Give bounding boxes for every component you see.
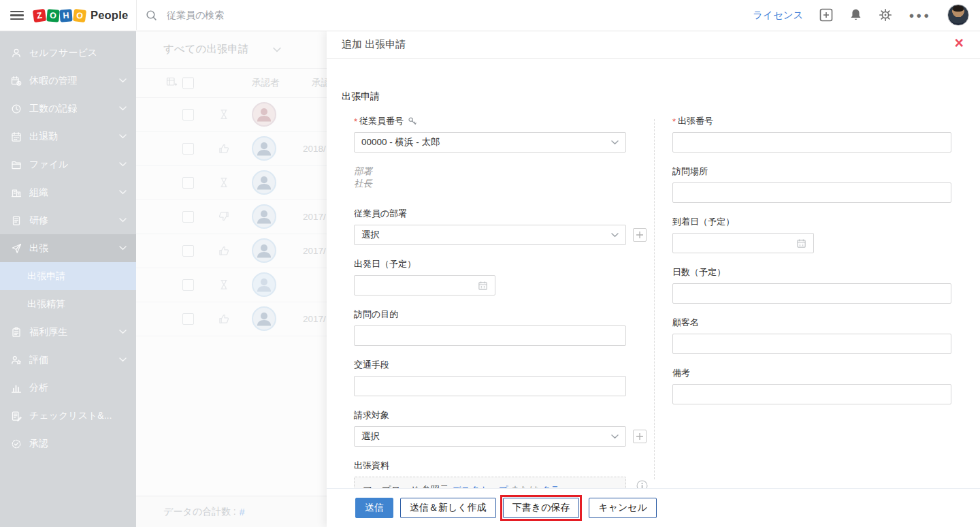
transport-input[interactable]	[354, 376, 626, 396]
more-options-icon[interactable]: ●●●	[909, 10, 931, 20]
search-icon	[146, 10, 157, 21]
sidebar-item-organization[interactable]: 組織	[0, 178, 136, 206]
row-checkbox[interactable]	[182, 313, 194, 325]
sidebar-item-label: ファイル	[29, 159, 68, 171]
modal-footer: 送信 送信＆新しく作成 下書きの保存 キャンセル	[327, 488, 980, 527]
calendar-icon	[11, 131, 22, 142]
notes-input[interactable]	[672, 384, 951, 404]
sidebar-item-analytics[interactable]: 分析	[0, 374, 136, 402]
visit-place-input[interactable]	[672, 182, 951, 203]
total-records-value: #	[240, 507, 245, 517]
arrival-date-input[interactable]	[672, 233, 814, 253]
sidebar-item-training[interactable]: 研修	[0, 206, 136, 234]
table-columns-icon[interactable]	[166, 76, 178, 90]
top-header: Z O H O People ライセンス ●●●	[0, 0, 980, 31]
approver-avatar	[252, 170, 276, 195]
trip-number-input[interactable]	[672, 132, 951, 153]
chevron-down-icon	[273, 47, 281, 52]
sidebar-item-benefits[interactable]: 福利厚生	[0, 318, 136, 346]
save-draft-button[interactable]: 下書きの保存	[503, 498, 580, 518]
submit-and-new-button[interactable]: 送信＆新しく作成	[400, 498, 496, 518]
column-header-approver: 承認者	[252, 77, 280, 89]
table-row[interactable]: 2017/	[136, 200, 327, 234]
customer-input[interactable]	[672, 334, 951, 354]
approved-date: 2018/	[303, 144, 326, 154]
row-checkbox[interactable]	[182, 109, 194, 121]
form-left-column: * 従業員番号 00000 - 横浜 - 太郎 部署 社長 従業員の部署	[354, 115, 626, 527]
sidebar-subitem-label: 出張精算	[27, 298, 65, 310]
total-records-label: データの合計数 :	[163, 506, 236, 518]
sidebar-item-approvals[interactable]: 承認	[0, 430, 136, 458]
header-divider	[136, 0, 137, 30]
submit-button[interactable]: 送信	[355, 498, 393, 518]
close-icon[interactable]: ×	[955, 35, 964, 51]
row-checkbox[interactable]	[182, 177, 194, 189]
sidebar-item-label: 工数の記録	[29, 103, 77, 115]
sidebar-item-checklist[interactable]: チェックリスト&...	[0, 402, 136, 430]
department-value: 社長	[354, 178, 626, 190]
form-right-column: * 出張番号 訪問場所 到着日（予定） 日数（予定）	[672, 115, 951, 417]
table-row[interactable]	[136, 98, 327, 132]
sidebar-item-files[interactable]: ファイル	[0, 150, 136, 178]
travel-request-list-pane: すべての出張申請 承認者 承認日 2018/2017/2017/2017/ デー…	[136, 31, 327, 527]
settings-gear-icon[interactable]	[879, 8, 892, 22]
table-row[interactable]: 2017/	[136, 234, 327, 268]
field-label: 到着日（予定）	[672, 216, 951, 228]
modal-header: 追加 出張申請 ×	[327, 31, 980, 59]
table-row[interactable]: 2017/	[136, 302, 327, 336]
zoho-people-logo[interactable]: Z O H O People	[33, 9, 128, 22]
chevron-down-icon	[119, 78, 127, 83]
purpose-input[interactable]	[354, 325, 626, 346]
row-checkbox[interactable]	[182, 143, 194, 155]
billing-select[interactable]: 選択	[354, 426, 626, 447]
table-row[interactable]: 2018/	[136, 132, 327, 166]
field-customer: 顧客名	[672, 317, 951, 354]
search-input[interactable]	[165, 9, 372, 21]
sidebar-item-label: 評価	[29, 354, 48, 366]
sidebar-item-attendance[interactable]: 出退勤	[0, 123, 136, 150]
sidebar-subitem-label: 出張申請	[27, 270, 65, 283]
field-arrival-date: 到着日（予定）	[672, 216, 951, 253]
sidebar-item-timesheet[interactable]: 工数の記録	[0, 95, 136, 123]
select-all-checkbox[interactable]	[182, 78, 194, 89]
employee-department-select[interactable]: 選択	[354, 225, 626, 245]
chevron-down-icon	[119, 218, 127, 223]
chevron-down-icon	[119, 134, 127, 139]
list-footer: データの合計数 : #	[136, 496, 327, 527]
user-avatar[interactable]	[947, 4, 969, 26]
table-row[interactable]	[136, 268, 327, 302]
column-header-approved-on: 承認日	[312, 77, 327, 89]
chevron-down-icon	[119, 357, 127, 362]
hamburger-menu-icon[interactable]	[10, 11, 24, 20]
add-option-icon[interactable]	[633, 430, 647, 443]
list-view-dropdown[interactable]: すべての出張申請	[136, 31, 327, 69]
row-checkbox[interactable]	[182, 279, 194, 291]
sidebar-subitem-travel-request[interactable]: 出張申請	[0, 262, 136, 290]
sidebar-item-leave[interactable]: 休暇の管理	[0, 67, 136, 95]
table-body: 2018/2017/2017/2017/	[136, 98, 327, 336]
sidebar-subitem-travel-expense[interactable]: 出張精算	[0, 290, 136, 318]
lookup-key-icon[interactable]	[408, 116, 417, 126]
add-option-icon[interactable]	[633, 228, 647, 242]
sidebar-item-label: 研修	[29, 214, 48, 227]
row-checkbox[interactable]	[182, 245, 194, 257]
list-view-label: すべての出張申請	[163, 42, 248, 57]
employee-id-select[interactable]: 00000 - 横浜 - 太郎	[354, 132, 626, 153]
notifications-bell-icon[interactable]	[849, 8, 862, 22]
departure-date-input[interactable]	[354, 275, 495, 296]
sidebar-item-appraisal[interactable]: 評価	[0, 346, 136, 374]
row-checkbox[interactable]	[182, 211, 194, 223]
sidebar-item-travel[interactable]: 出張	[0, 234, 136, 262]
sidebar-item-label: 組織	[29, 187, 48, 199]
cancel-button[interactable]: キャンセル	[589, 498, 657, 518]
modal-title: 追加 出張申請	[342, 38, 406, 51]
add-new-icon[interactable]	[819, 8, 833, 22]
files-icon	[11, 159, 22, 170]
table-row[interactable]	[136, 166, 327, 200]
status-rejected-icon	[218, 210, 230, 223]
days-input[interactable]	[672, 283, 951, 304]
sidebar-item-label: 福利厚生	[29, 326, 67, 338]
sidebar-item-self-service[interactable]: セルフサービス	[0, 39, 136, 67]
required-asterisk: *	[354, 116, 357, 127]
license-link[interactable]: ライセンス	[753, 9, 803, 22]
